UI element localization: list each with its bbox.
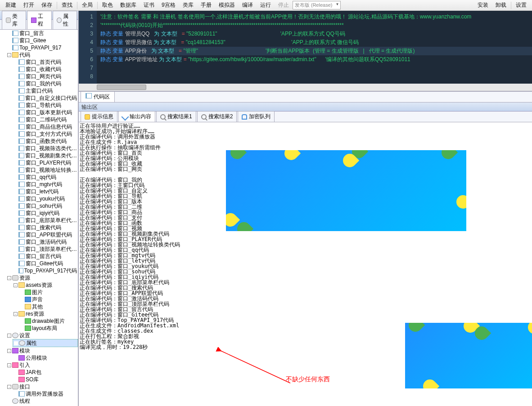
tree-item[interactable]: -资源 [6,274,78,281]
tree-item[interactable]: JAR包 [13,369,78,376]
tree-item[interactable]: 窗口_首页代码 [13,58,78,66]
tree-item[interactable]: Top_PAYAPI_917代码 [13,267,78,274]
tree-item[interactable]: 调用外置播放器 [13,390,78,397]
tree-item[interactable]: 其他 [19,303,78,310]
tree-item[interactable]: -assets资源 [13,281,78,289]
tree-item[interactable]: Top_PAYAPI_917 [6,44,78,51]
tb-sep [511,2,511,9]
tb-find[interactable]: 查找 [58,0,76,10]
tree-item[interactable]: 窗口_二维码代码 [13,116,78,123]
tb-install[interactable]: 安装 [474,0,492,10]
tb-new[interactable]: 新建 [2,0,20,10]
code-editor[interactable]: 12345678 '注意：软件签名 需要 和 注册机 签名使用同一个,这样注册机… [79,11,532,92]
tree-item[interactable]: 窗口_搜索代码 [13,224,78,231]
editor-hscrollbar[interactable] [79,84,532,91]
tree-item[interactable]: 窗口_自定义接口代码 [13,94,78,102]
tree-item[interactable]: 声音 [19,296,78,303]
outtab-output[interactable]: 输出内容 [118,111,155,122]
tb-emu[interactable]: 模拟器 [215,0,239,10]
outtab-info[interactable]: 提示信息 [81,111,117,122]
tree-item[interactable]: -代码 [6,51,78,58]
tree-item[interactable]: 窗口_iqiyi代码 [13,210,78,217]
tab-props[interactable]: 属性 [53,11,77,29]
tree-item[interactable]: 窗口_youku代码 [13,195,78,202]
tree-label: 窗口_自定义接口代码 [25,94,77,102]
tree-item[interactable]: 窗口_底部菜单栏代… [13,217,78,224]
tree-item[interactable]: 窗口_mgtv代码 [13,181,78,188]
outtab-find2[interactable]: 搜索结果2 [197,111,237,122]
tree-item[interactable]: -模块 [6,347,78,354]
outtab-encrypt[interactable]: 加密队列 [238,111,275,122]
project-tree[interactable]: 窗口_留言窗口_GiteeTop_PAYAPI_917-代码窗口_首页代码窗口_… [0,30,78,406]
code-body[interactable]: '注意：软件签名 需要 和 注册机 签名使用同一个,这样注册机才能被当前APP使… [97,11,532,91]
tree-item[interactable]: SO库 [13,376,78,383]
tree-item[interactable]: 公用模块 [13,354,78,361]
tree-icon [18,67,25,72]
tb-save[interactable]: 保存 [38,0,56,10]
tb-classlib[interactable]: 类库 [179,0,197,10]
tree-item[interactable]: layout布局 [19,325,78,332]
tree-item[interactable]: 窗口_留言代码 [13,253,78,260]
tree-item[interactable]: 窗口_版本更新代码 [13,109,78,116]
tree-item[interactable]: 窗口_Gitee代码 [13,260,78,267]
tree-item[interactable]: 窗口_PLAYER代码 [13,159,78,166]
tree-item[interactable]: 图片 [19,289,78,296]
tree-label: JAR包 [26,369,41,376]
right-pane: 12345678 '注意：软件签名 需要 和 注册机 签名使用同一个,这样注册机… [79,11,532,406]
tree-item[interactable]: drawable图片 [19,317,78,325]
tb-manual[interactable]: 手册 [197,0,215,10]
tree-item[interactable]: 窗口_sohu代码 [13,202,78,210]
tree-item[interactable]: -设置 [6,332,78,339]
tree-item[interactable]: 窗口_顶部菜单栏代… [13,245,78,253]
tb-db[interactable]: 数据库 [117,0,140,10]
tb-pickcolor[interactable]: 取色 [99,0,117,10]
tree-icon [18,167,24,173]
tree-item[interactable]: 线程 [6,397,78,405]
outtab-label: 搜索结果2 [208,113,233,120]
tree-icon [12,362,18,368]
tree-item[interactable]: 窗口_qq代码 [13,174,78,181]
tree-label: 窗口_PLAYER代码 [26,159,71,166]
scroll-thumb[interactable] [97,85,146,90]
tb-run[interactable]: 运行 [257,0,275,10]
tb-9grid[interactable]: 9宫格 [158,0,179,10]
tree-item[interactable]: 窗口_letv代码 [13,188,78,195]
tree-item[interactable]: -引入 [6,361,78,369]
tree-icon [18,239,25,245]
tree-item[interactable]: 窗口_商品信息代码 [13,123,78,130]
tree-icon [18,146,24,151]
tb-compile[interactable]: 编译 [239,0,257,10]
tree-item[interactable]: 窗口_支付方式代码 [13,130,78,138]
tree-item[interactable]: 窗口_网页代码 [13,73,78,80]
tree-label: 窗口_搜索代码 [26,224,61,231]
tb-cert[interactable]: 证书 [140,0,158,10]
tb-global[interactable]: 全局 [78,0,96,10]
tree-item[interactable]: 窗口_留言 [6,30,78,37]
tb-uninstall[interactable]: 卸载 [492,0,510,10]
tree-item[interactable]: 窗口_视频地址转换… [13,166,78,174]
tree-item[interactable]: 窗口_Gitee [6,37,78,44]
tree-label: 窗口_iqiyi代码 [26,210,59,217]
line-gutter: 12345678 [79,11,97,91]
tab-classlib[interactable]: 类库 [2,11,26,29]
tb-open[interactable]: 打开 [20,0,38,10]
tree-item[interactable]: -接口 [6,383,78,390]
tb-settings[interactable]: 设置 [512,0,530,10]
tree-item[interactable]: 窗口_激活码代码 [13,238,78,245]
build-mode-combo[interactable]: 发布版 (Release) [293,1,341,9]
tree-item[interactable]: 属性 [13,339,78,347]
code-tab[interactable]: 代码区 [81,91,115,102]
tree-item[interactable]: 窗口_视频筛选类代… [13,145,78,152]
tree-item[interactable]: 主窗口代码 [13,87,78,94]
outtab-find1[interactable]: 搜索结果1 [156,111,196,122]
tab-project[interactable]: 工程 [27,11,51,29]
tree-item[interactable]: 窗口_我的代码 [13,80,78,87]
info-icon [85,114,90,120]
tree-item[interactable]: -res资源 [13,310,78,317]
tree-item[interactable]: 窗口_APP联盟代码 [13,231,78,238]
tree-item[interactable]: 窗口_导航代码 [13,102,78,109]
tree-item[interactable]: 窗口_收藏代码 [13,66,78,73]
tree-item[interactable]: 窗口_函数类代码 [13,138,78,145]
tree-item[interactable]: 窗口_视频剧集类代… [13,152,78,159]
tree-label: 窗口_顶部菜单栏代… [25,245,77,253]
